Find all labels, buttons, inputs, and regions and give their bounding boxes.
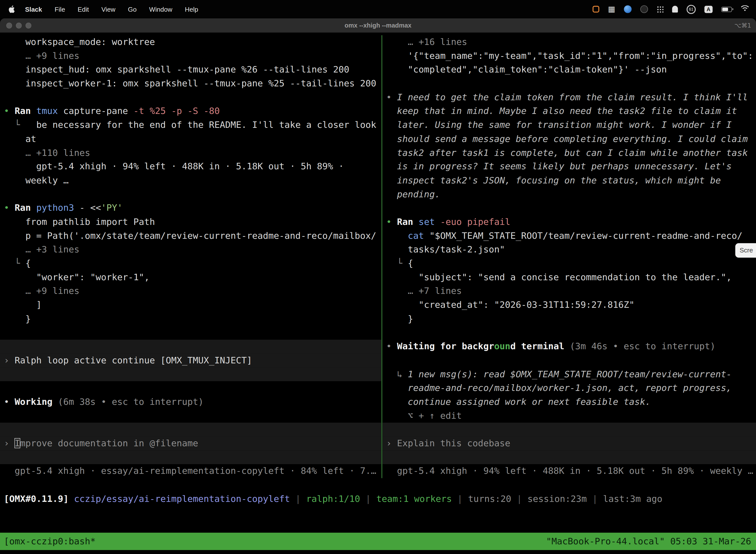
screen-recording-icon[interactable] xyxy=(592,6,599,12)
terminal-line: ⌥ + ↑ edit xyxy=(382,409,756,423)
terminal-line: [OMX#0.11.9] cczip/essay/ai-reimplementa… xyxy=(0,492,756,506)
menu-item-edit[interactable]: Edit xyxy=(71,5,95,13)
traffic-lights xyxy=(6,22,31,28)
ghost-app-icon[interactable] xyxy=(672,6,678,12)
apple-menu-icon[interactable] xyxy=(9,5,16,13)
terminal-line: inspect_hud: omx sparkshell --tmux-pane … xyxy=(0,63,381,77)
terminal-line: • Ran tmux capture-pane -t %25 -p -S -80 xyxy=(0,105,381,118)
terminal-line: ] xyxy=(0,298,381,312)
terminal-line: … +7 lines xyxy=(382,284,756,298)
window-title: omx --xhigh --madmax xyxy=(344,21,412,29)
terminal-line xyxy=(0,187,381,201)
menu-item-help[interactable]: Help xyxy=(179,5,205,13)
wifi-icon[interactable] xyxy=(741,5,749,13)
terminal-line: at xyxy=(0,132,381,146)
terminal-line xyxy=(0,478,756,492)
screen-share-overlay[interactable]: Scre xyxy=(735,243,756,258)
terminal-line: • Waiting for background terminal (3m 46… xyxy=(382,340,756,354)
terminal-line xyxy=(382,77,756,91)
terminal-line: › Ralph loop active continue [OMX_TMUX_I… xyxy=(0,353,381,367)
terminal-line: pending. xyxy=(382,187,756,201)
terminal-line: › Improve documentation in @filename xyxy=(0,437,381,450)
terminal-line xyxy=(0,340,381,354)
terminal-line: is in progress? It seems likely but perh… xyxy=(382,160,756,174)
terminal-line xyxy=(0,381,381,395)
terminal-line: └ be necessary for the end of the README… xyxy=(0,118,381,132)
terminal-line: ↳ 1 new msg(s): read $OMX_TEAM_STATE_ROO… xyxy=(382,367,756,381)
battery-percent-icon[interactable]: 61 xyxy=(687,4,696,14)
terminal-line: p = Path('.omx/state/team/review-current… xyxy=(0,229,381,243)
terminal-line: └ { xyxy=(382,257,756,271)
omx-status-area: [OMX#0.11.9] cczip/essay/ai-reimplementa… xyxy=(0,478,756,533)
menu-item-file[interactable]: File xyxy=(48,5,71,13)
terminal-line: • I need to get the claim token from the… xyxy=(382,91,756,105)
terminal-line: • Ran set -euo pipefail xyxy=(382,215,756,229)
grid-icon[interactable]: ▦ xyxy=(608,5,615,13)
terminal-line xyxy=(382,326,756,340)
terminal-line: weekly … xyxy=(0,174,381,188)
terminal-line: … +9 lines xyxy=(0,284,381,298)
zoom-button[interactable] xyxy=(25,22,31,28)
terminal-line: gpt-5.4 xhigh · 94% left · 488K in · 5.1… xyxy=(0,160,381,174)
terminal-pane-right[interactable]: … +16 lines '{"team_name":"my-team","tas… xyxy=(382,35,756,478)
menu-item-slack[interactable]: Slack xyxy=(19,5,48,13)
terminal-line: … +3 lines xyxy=(0,243,381,257)
dark-app-icon[interactable] xyxy=(640,5,648,13)
terminal-line: later. Using the same for transition mig… xyxy=(382,118,756,132)
terminal-line: tasks/task-2.json" xyxy=(382,243,756,257)
terminal-line xyxy=(0,409,381,423)
terminal-line xyxy=(382,450,756,464)
minimize-button[interactable] xyxy=(16,22,21,28)
terminal-line: task2 after task1 is complete, but can I… xyxy=(382,146,756,160)
menu-bar-status-icons: ▦ 61 A xyxy=(592,4,749,14)
terminal-line: … +16 lines xyxy=(382,35,756,49)
menu-bar-left: Slack File Edit View Go Window Help xyxy=(9,5,204,13)
terminal-pane-left[interactable]: workspace_mode: worktree … +9 lines insp… xyxy=(0,35,381,478)
terminal-line: gpt-5.4 xhigh · essay/ai-reimplementatio… xyxy=(0,464,381,478)
terminal-line: } xyxy=(382,312,756,326)
tmux-session-label: [omx-cczip0:bash* xyxy=(4,533,96,550)
terminal-line xyxy=(0,326,381,340)
terminal-line: readme-and-reco/mailbox/worker-1.json, a… xyxy=(382,381,756,395)
blue-app-icon[interactable] xyxy=(624,5,631,13)
terminal-line: … +9 lines xyxy=(0,49,381,63)
terminal-line xyxy=(0,91,381,105)
tmux-host-time: "MacBook-Pro-44.local" 05:03 31-Mar-26 xyxy=(546,533,751,550)
close-button[interactable] xyxy=(6,22,12,28)
terminal-line: cat "$OMX_TEAM_STATE_ROOT/team/review-cu… xyxy=(382,229,756,243)
menu-item-window[interactable]: Window xyxy=(143,5,179,13)
terminal-body: workspace_mode: worktree … +9 lines insp… xyxy=(0,33,756,554)
battery-icon[interactable] xyxy=(721,6,732,12)
screen: Slack File Edit View Go Window Help ▦ 61… xyxy=(0,0,756,554)
dots-grid-icon[interactable] xyxy=(657,6,664,12)
terminal-line xyxy=(0,450,381,464)
menu-item-go[interactable]: Go xyxy=(122,5,143,13)
terminal-line: inspect task2's JSON, focusing on the st… xyxy=(382,174,756,188)
window-shortcut: ⌥⌘1 xyxy=(735,18,751,32)
terminal-line: • Working (6m 38s • esc to interrupt) xyxy=(0,395,381,409)
terminal-line: "worker": "worker-1", xyxy=(0,271,381,284)
tmux-panes: workspace_mode: worktree … +9 lines insp… xyxy=(0,33,756,478)
terminal-line xyxy=(382,423,756,437)
terminal-line: "completed","claim_token":"claim-token"}… xyxy=(382,63,756,77)
tmux-status-bar: [omx-cczip0:bash* "MacBook-Pro-44.local"… xyxy=(0,533,756,550)
terminal-line: gpt-5.4 xhigh · 94% left · 488K in · 5.1… xyxy=(382,464,756,478)
battery-fill xyxy=(722,7,728,11)
terminal-line: └ { xyxy=(0,257,381,271)
terminal-line: continue assigned work or next feasible … xyxy=(382,395,756,409)
terminal-line: } xyxy=(0,312,381,326)
terminal-line: … +110 lines xyxy=(0,146,381,160)
terminal-line: should send a message before completing … xyxy=(382,132,756,146)
terminal-line: "created_at": "2026-03-31T11:59:27.816Z" xyxy=(382,298,756,312)
terminal-line: › Explain this codebase xyxy=(382,437,756,450)
terminal-line: workspace_mode: worktree xyxy=(0,35,381,49)
input-source-icon[interactable]: A xyxy=(704,5,712,13)
terminal-line: from pathlib import Path xyxy=(0,215,381,229)
title-bar[interactable]: omx --xhigh --madmax ⌥⌘1 xyxy=(0,18,756,33)
menu-item-view[interactable]: View xyxy=(95,5,122,13)
terminal-line xyxy=(382,353,756,367)
terminal-window: omx --xhigh --madmax ⌥⌘1 workspace_mode:… xyxy=(0,18,756,554)
terminal-line xyxy=(0,367,381,381)
terminal-line xyxy=(0,423,381,437)
terminal-line xyxy=(382,201,756,215)
